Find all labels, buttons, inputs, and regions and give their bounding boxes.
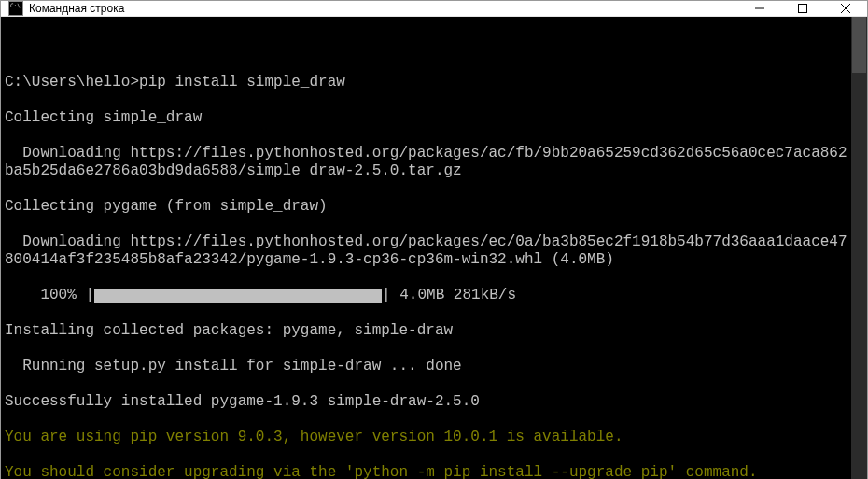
- output-line: Installing collected packages: pygame, s…: [5, 322, 847, 340]
- window-controls: [738, 1, 867, 16]
- scrollbar-thumb[interactable]: [852, 17, 866, 73]
- prompt: C:\Users\hello>: [5, 74, 139, 91]
- command-prompt-window: Командная строка C:\Users\hello>pip inst…: [0, 0, 868, 479]
- output-line: Collecting simple_draw: [5, 109, 847, 127]
- cmd-icon: [8, 1, 23, 16]
- minimize-button[interactable]: [738, 1, 781, 16]
- output-line: Downloading https://files.pythonhosted.o…: [5, 145, 847, 180]
- blank-line: [5, 38, 847, 56]
- titlebar[interactable]: Командная строка: [1, 1, 867, 17]
- progress-line: 100% || 4.0MB 281kB/s: [5, 287, 847, 304]
- window-title: Командная строка: [29, 2, 124, 15]
- terminal-area: C:\Users\hello>pip install simple_draw C…: [1, 17, 867, 479]
- terminal-output[interactable]: C:\Users\hello>pip install simple_draw C…: [1, 17, 851, 479]
- output-line: Successfully installed pygame-1.9.3 simp…: [5, 393, 847, 411]
- command-text: pip install simple_draw: [139, 74, 345, 91]
- maximize-button[interactable]: [781, 1, 824, 16]
- progress-stats: | 4.0MB 281kB/s: [382, 287, 516, 304]
- progress-bar: [94, 289, 382, 303]
- vertical-scrollbar[interactable]: [851, 17, 867, 479]
- prompt-line: C:\Users\hello>pip install simple_draw: [5, 74, 847, 92]
- svg-rect-1: [799, 5, 807, 13]
- warning-line: You should consider upgrading via the 'p…: [5, 464, 847, 479]
- output-line: Downloading https://files.pythonhosted.o…: [5, 233, 847, 269]
- output-line: Collecting pygame (from simple_draw): [5, 198, 847, 216]
- warning-line: You are using pip version 9.0.3, however…: [5, 429, 847, 446]
- output-line: Running setup.py install for simple-draw…: [5, 358, 847, 375]
- progress-percent: 100% |: [5, 287, 94, 304]
- close-button[interactable]: [824, 1, 867, 16]
